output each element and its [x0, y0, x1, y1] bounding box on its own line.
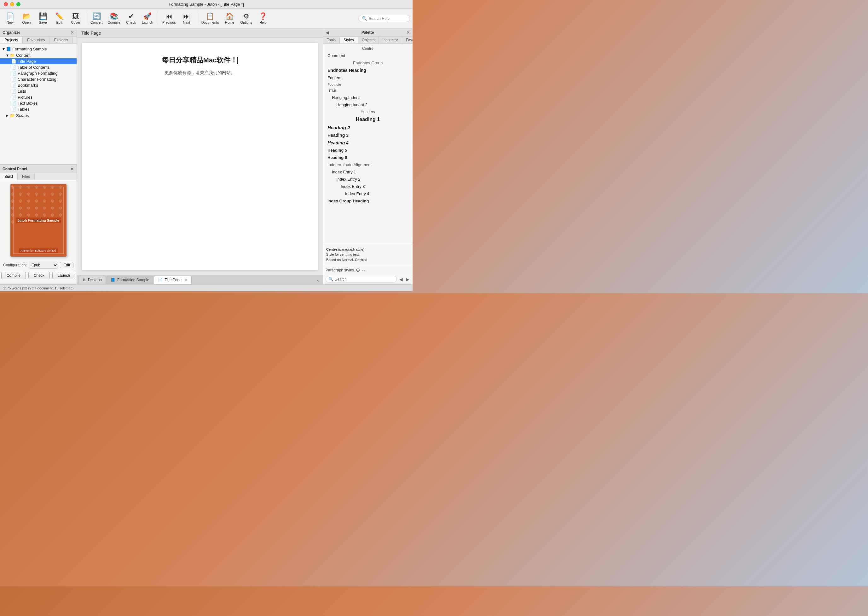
tree-icon-doc: 📄	[11, 59, 16, 64]
tab-title-page[interactable]: 📄 Title Page ✕	[154, 276, 191, 284]
launch-action-button[interactable]: Launch	[52, 272, 75, 279]
style-footnote[interactable]: Footnote	[323, 81, 413, 88]
tab-explorer[interactable]: Explorer	[49, 36, 73, 44]
next-button[interactable]: ⏭ Next	[179, 10, 194, 27]
launch-button[interactable]: 🚀 Launch	[140, 10, 155, 27]
style-centre[interactable]: Centre	[323, 45, 413, 52]
search-input[interactable]	[369, 16, 407, 21]
documents-button[interactable]: 📋 Documents	[199, 10, 221, 27]
expand-icon: ▾	[6, 53, 8, 58]
style-headers[interactable]: Headers	[323, 108, 413, 115]
style-comment[interactable]: Comment	[323, 52, 413, 59]
check-action-button[interactable]: Check	[28, 272, 50, 279]
organizer-panel: Organizer ✕ Projects Favourites Explorer…	[0, 28, 77, 165]
tree-item-content[interactable]: ▾ 📁 Content	[0, 52, 77, 58]
next-icon: ⏭	[183, 13, 190, 20]
style-index-entry-4[interactable]: Index Entry 4	[323, 190, 413, 197]
options-button[interactable]: ⚙ Options	[238, 10, 254, 27]
maximize-button[interactable]	[16, 2, 20, 6]
close-button[interactable]	[4, 2, 8, 6]
save-button[interactable]: 💾 Save	[35, 10, 50, 27]
palette-nav-next-button[interactable]: ▶	[405, 276, 410, 283]
tab-projects[interactable]: Projects	[0, 36, 23, 44]
tree-label: Tables	[18, 107, 30, 112]
compile-button[interactable]: 📚 Compile	[106, 10, 122, 27]
new-button[interactable]: 📄 New	[3, 10, 18, 27]
tab-desktop[interactable]: 🖥 Desktop	[78, 276, 106, 284]
window-title: Formatting Sample - Jutoh - [Title Page …	[169, 2, 244, 6]
tree-item-formatting-sample[interactable]: ▾ 📘 Formatting Sample	[0, 46, 77, 52]
cover-icon: 🖼	[72, 13, 79, 20]
tab-scroll-button[interactable]: ⌄	[315, 277, 322, 283]
tree-label: Text Boxes	[18, 101, 38, 105]
style-heading-4[interactable]: Heading 4	[323, 139, 413, 146]
launch-label: Launch	[142, 20, 153, 24]
tree-item-paragraph-formatting[interactable]: 📄 Paragraph Formatting	[0, 70, 77, 76]
style-hanging-indent[interactable]: Hanging Indent	[323, 94, 413, 101]
style-footers[interactable]: Footers	[323, 74, 413, 81]
config-edit-button[interactable]: Edit	[60, 262, 74, 268]
style-endnotes-group[interactable]: Endnotes Group	[323, 59, 413, 66]
tab-favou[interactable]: Favou	[402, 36, 413, 44]
tree-item-pictures[interactable]: 📄 Pictures	[0, 94, 77, 100]
tree-label: Formatting Sample	[12, 47, 47, 51]
edit-label: Edit	[57, 20, 63, 24]
check-button[interactable]: ✔ Check	[124, 10, 139, 27]
edit-button[interactable]: ✏️ Edit	[52, 10, 67, 27]
tab-favourites[interactable]: Favourites	[23, 36, 49, 44]
palette-search-input[interactable]	[335, 277, 394, 281]
style-index-group-heading[interactable]: Index Group Heading	[323, 197, 413, 204]
home-button[interactable]: 🏠 Home	[222, 10, 237, 27]
tree-item-bookmarks[interactable]: 📄 Bookmarks	[0, 82, 77, 88]
open-button[interactable]: 📂 Open	[19, 10, 34, 27]
tree-icon-doc: 📄	[11, 77, 16, 82]
convert-button[interactable]: 🔄 Convert	[89, 10, 105, 27]
control-panel-close-button[interactable]: ✕	[70, 167, 74, 171]
tab-formatting-sample[interactable]: 📘 Formatting Sample	[107, 276, 153, 284]
organizer-close-button[interactable]: ✕	[70, 30, 74, 35]
style-heading-3[interactable]: Heading 3	[323, 132, 413, 139]
tab-styles[interactable]: Styles	[340, 36, 358, 44]
tree-item-text-boxes[interactable]: 📄 Text Boxes	[0, 100, 77, 106]
tree-item-lists[interactable]: 📄 Lists	[0, 88, 77, 94]
palette-back-button[interactable]: ◀	[326, 30, 329, 35]
tab-objects[interactable]: Objects	[358, 36, 379, 44]
tree-item-scraps[interactable]: ▸ 📁 Scraps	[0, 112, 77, 118]
editor-page[interactable]: 每日分享精品Mac软件！ 更多优质资源，请关注我们的网站。	[82, 43, 318, 270]
tree-item-table-of-contents[interactable]: 📄 Table of Contents	[0, 64, 77, 70]
style-heading-1[interactable]: Heading 1	[323, 115, 413, 124]
style-heading-2[interactable]: Heading 2	[323, 124, 413, 132]
style-index-entry-2[interactable]: Index Entry 2	[323, 176, 413, 183]
help-button[interactable]: ❓ Help	[255, 10, 270, 27]
tab-files[interactable]: Files	[18, 173, 35, 180]
tab-tools[interactable]: Tools	[323, 36, 340, 44]
palette-nav-prev-button[interactable]: ◀	[399, 276, 403, 283]
palette-info-style-name: Centre	[326, 247, 337, 251]
config-select[interactable]: Epub	[29, 262, 58, 269]
style-hanging-indent-2[interactable]: Hanging Indent 2	[323, 101, 413, 108]
new-icon: 📄	[6, 13, 14, 20]
tree-item-tables[interactable]: 📄 Tables	[0, 106, 77, 112]
style-heading-6[interactable]: Heading 6	[323, 154, 413, 161]
tab-doc-icon: 📄	[158, 278, 163, 282]
previous-button[interactable]: ⏮ Previous	[160, 10, 178, 27]
style-indeterminate[interactable]: Indeterminate Alignment	[323, 161, 413, 168]
tab-close-button[interactable]: ✕	[185, 278, 188, 282]
tree-item-title-page[interactable]: 📄 Title Page	[0, 58, 77, 64]
palette-search-box: 🔍	[326, 276, 397, 283]
style-html[interactable]: HTML	[323, 88, 413, 94]
tab-inspector[interactable]: Inspector	[378, 36, 402, 44]
style-heading-5[interactable]: Heading 5	[323, 146, 413, 154]
palette-more-icon[interactable]: ⋯	[362, 267, 367, 273]
palette-close-button[interactable]: ✕	[406, 30, 410, 35]
cover-button[interactable]: 🖼 Cover	[68, 10, 83, 27]
tree-item-character-formatting[interactable]: 📄 Character Formatting	[0, 76, 77, 82]
tab-build[interactable]: Build	[0, 173, 18, 180]
style-index-entry-1[interactable]: Index Entry 1	[323, 168, 413, 176]
style-index-entry-3[interactable]: Index Entry 3	[323, 183, 413, 190]
cursor	[237, 57, 238, 64]
compile-action-button[interactable]: Compile	[1, 272, 26, 279]
minimize-button[interactable]	[10, 2, 14, 6]
documents-icon: 📋	[206, 13, 214, 20]
style-endnotes-heading[interactable]: Endnotes Heading	[323, 66, 413, 74]
